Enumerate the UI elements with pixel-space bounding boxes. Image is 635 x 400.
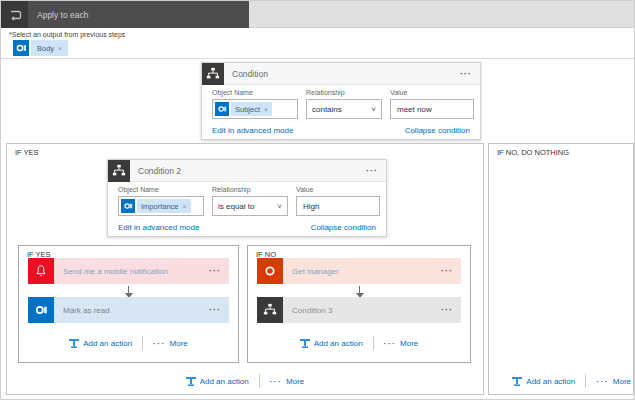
condition-1-header[interactable]: Condition ···: [202, 63, 480, 85]
importance-token[interactable]: Importance ×: [137, 199, 191, 213]
divider: [373, 336, 374, 350]
if-yes-branch-links: Add an action ··· More: [6, 373, 484, 389]
add-action-label: Add an action: [200, 377, 249, 386]
add-action-button[interactable]: Add an action: [186, 376, 249, 387]
value-text: meet now: [397, 105, 432, 114]
more-dots-icon: ···: [596, 377, 609, 386]
condition-1-card: Condition ··· Object Name Subject ×: [201, 62, 481, 140]
add-action-icon: [300, 338, 310, 349]
outlook-icon: [28, 297, 54, 323]
more-button[interactable]: ··· More: [596, 377, 631, 386]
inner-if-yes-links: Add an action ··· More: [18, 335, 239, 351]
condition-icon: [257, 297, 283, 323]
more-label: More: [400, 339, 418, 348]
collapse-condition-link[interactable]: Collapse condition: [405, 126, 470, 135]
if-no-do-nothing-box: IF NO, DO NOTHING: [488, 143, 634, 395]
office-icon: [257, 258, 283, 284]
inner-if-no-links: Add an action ··· More: [247, 335, 471, 351]
condition-1-menu-button[interactable]: ···: [452, 69, 480, 79]
relationship-label: Relationship: [212, 186, 288, 193]
outlook-icon: [215, 102, 229, 116]
value-text: High: [303, 202, 319, 211]
add-action-button[interactable]: Add an action: [512, 376, 575, 387]
remove-token-icon[interactable]: ×: [58, 45, 62, 52]
selected-output-field[interactable]: Body ×: [13, 40, 68, 56]
chevron-down-icon: ˅: [277, 202, 282, 211]
edit-advanced-mode-link[interactable]: Edit in advanced mode: [212, 126, 293, 135]
if-no-do-nothing-label: IF NO, DO NOTHING: [497, 148, 569, 157]
send-mobile-notification-card[interactable]: Send me a mobile notification ···: [28, 258, 229, 284]
action-title: Condition 3: [292, 306, 433, 315]
outlook-icon: [13, 40, 29, 56]
edit-advanced-mode-link[interactable]: Edit in advanced mode: [118, 223, 199, 232]
add-action-icon: [512, 376, 522, 387]
value-label: Value: [390, 89, 474, 96]
object-name-label: Object Name: [118, 186, 204, 193]
connector-arrow: [359, 286, 360, 294]
scope-header-bar: Apply to each: [1, 1, 634, 28]
add-action-label: Add an action: [83, 339, 132, 348]
add-action-label: Add an action: [314, 339, 363, 348]
apply-to-each-title: Apply to each: [37, 10, 89, 20]
object-name-label: Object Name: [212, 89, 298, 96]
action-title: Send me a mobile notification: [63, 267, 201, 276]
value-label: Value: [296, 186, 380, 193]
notification-bell-icon: [28, 258, 54, 284]
connector-arrow: [128, 286, 129, 294]
action-menu-button[interactable]: ···: [433, 266, 461, 276]
add-action-icon: [69, 338, 79, 349]
action-title: Get manager: [292, 267, 433, 276]
more-button[interactable]: ··· More: [270, 377, 305, 386]
action-menu-button[interactable]: ···: [201, 266, 229, 276]
more-dots-icon: ···: [153, 339, 166, 348]
outlook-icon: [121, 199, 135, 213]
divider: [259, 374, 260, 388]
importance-token-label: Importance: [141, 202, 179, 211]
relationship-select[interactable]: contains ˅: [306, 99, 382, 119]
condition-icon: [202, 63, 224, 85]
more-label: More: [613, 377, 631, 386]
remove-token-icon[interactable]: ×: [264, 106, 268, 113]
divider: [142, 336, 143, 350]
condition-3-card[interactable]: Condition 3 ···: [257, 297, 461, 323]
subject-token[interactable]: Subject ×: [231, 102, 272, 116]
relationship-value: contains: [312, 105, 342, 114]
chevron-down-icon: ˅: [371, 105, 376, 114]
if-no-branch-links: Add an action ··· More: [488, 373, 634, 389]
action-title: Mark as read: [63, 306, 201, 315]
relationship-value: is equal to: [218, 202, 254, 211]
action-menu-button[interactable]: ···: [433, 305, 461, 315]
condition-2-header[interactable]: Condition 2 ···: [108, 160, 386, 182]
condition-2-card: Condition 2 ··· Object Name Importance ×: [107, 159, 387, 237]
mark-as-read-card[interactable]: Mark as read ···: [28, 297, 229, 323]
body-token[interactable]: Body ×: [31, 40, 68, 56]
more-dots-icon: ···: [384, 339, 397, 348]
more-button[interactable]: ··· More: [384, 339, 419, 348]
if-yes-label: IF YES: [15, 148, 39, 157]
object-name-field[interactable]: Subject ×: [212, 99, 298, 119]
condition-icon: [108, 160, 130, 182]
add-action-button[interactable]: Add an action: [300, 338, 363, 349]
more-label: More: [170, 339, 188, 348]
add-action-icon: [186, 376, 196, 387]
condition-2-menu-button[interactable]: ···: [358, 166, 386, 176]
value-input[interactable]: meet now: [390, 99, 474, 119]
apply-to-each-header[interactable]: Apply to each: [1, 1, 249, 28]
collapse-condition-link[interactable]: Collapse condition: [311, 223, 376, 232]
object-name-field[interactable]: Importance ×: [118, 196, 204, 216]
loop-icon: [1, 1, 28, 28]
relationship-select[interactable]: is equal to ˅: [212, 196, 288, 216]
more-label: More: [286, 377, 304, 386]
condition-1-title: Condition: [232, 69, 452, 79]
get-manager-card[interactable]: Get manager ···: [257, 258, 461, 284]
remove-token-icon[interactable]: ×: [183, 203, 187, 210]
condition-2-title: Condition 2: [138, 166, 358, 176]
value-input[interactable]: High: [296, 196, 380, 216]
more-button[interactable]: ··· More: [153, 339, 188, 348]
relationship-label: Relationship: [306, 89, 382, 96]
select-output-label: *Select an output from previous steps: [9, 31, 125, 38]
add-action-button[interactable]: Add an action: [69, 338, 132, 349]
divider: [1, 58, 634, 59]
action-menu-button[interactable]: ···: [201, 305, 229, 315]
subject-token-label: Subject: [235, 105, 260, 114]
